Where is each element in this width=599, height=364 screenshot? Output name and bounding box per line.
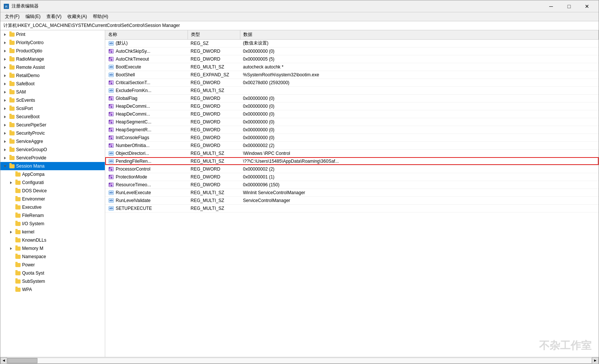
menu-favorites[interactable]: 收藏夹(A) <box>64 13 90 21</box>
tree-expander-icon[interactable] <box>2 122 8 128</box>
tree-expander-icon[interactable] <box>2 138 8 144</box>
tree-item[interactable]: KnownDLLs <box>0 236 105 244</box>
table-row[interactable]: InitConsoleFlagsREG_DWORD0x00000000 (0) <box>105 134 599 141</box>
tree-expander-icon[interactable] <box>8 237 14 243</box>
tree-expander-icon[interactable] <box>2 81 8 87</box>
tree-item[interactable]: SecureBoot <box>0 113 105 121</box>
tree-expander-icon[interactable] <box>2 56 8 62</box>
table-row[interactable]: ProcessorControlREG_DWORD0x00000002 (2) <box>105 165 599 173</box>
tree-expander-icon[interactable] <box>2 89 8 95</box>
tree-item[interactable]: ServiceGroupO <box>0 146 105 154</box>
table-row[interactable]: abBootExecuteREG_MULTI_SZautocheck autoc… <box>105 63 599 71</box>
tree-item[interactable]: SAM <box>0 88 105 96</box>
tree-item[interactable]: RadioManage <box>0 55 105 63</box>
tree-item[interactable]: WPA <box>0 285 105 294</box>
tree-item[interactable]: Configurati <box>0 178 105 187</box>
tree-expander-icon[interactable] <box>8 188 14 194</box>
tree-expander-icon[interactable] <box>8 254 14 260</box>
table-row[interactable]: CriticalSectionT...REG_DWORD0x00278d00 (… <box>105 79 599 86</box>
col-header-type[interactable]: 类型 <box>188 30 240 39</box>
table-row[interactable]: abSETUPEXECUTEREG_MULTI_SZ <box>105 204 599 212</box>
tree-expander-icon[interactable] <box>8 245 14 251</box>
tree-item[interactable]: SecurePipeSer <box>0 121 105 129</box>
tree-expander-icon[interactable] <box>8 270 14 276</box>
maximize-button[interactable]: □ <box>560 1 578 12</box>
tree-expander-icon[interactable] <box>8 212 14 218</box>
tree-item[interactable]: SecurityProvic <box>0 129 105 137</box>
registry-detail[interactable]: 名称 类型 数据 ab(默认)REG_SZ(数值未设置)AutoChkSkipS… <box>105 30 599 357</box>
menu-file[interactable]: 文件(F) <box>2 13 22 21</box>
tree-item[interactable]: ServiceAggre <box>0 137 105 146</box>
tree-expander-icon[interactable] <box>8 196 14 202</box>
tree-item[interactable]: Remote Assist <box>0 63 105 71</box>
tree-expander-icon[interactable] <box>8 221 14 227</box>
menu-view[interactable]: 查看(V) <box>43 13 64 21</box>
tree-expander-icon[interactable] <box>2 105 8 111</box>
tree-item[interactable]: Quota Syst <box>0 269 105 277</box>
table-row[interactable]: HeapSegmentC...REG_DWORD0x00000000 (0) <box>105 118 599 126</box>
tree-expander-icon[interactable] <box>2 31 8 37</box>
scroll-thumb[interactable] <box>7 358 37 363</box>
table-row[interactable]: HeapDeCommi...REG_DWORD0x00000000 (0) <box>105 102 599 110</box>
tree-item[interactable]: I/O System <box>0 220 105 228</box>
table-row[interactable]: HeapSegmentR...REG_DWORD0x00000000 (0) <box>105 126 599 134</box>
col-header-name[interactable]: 名称 <box>105 30 188 39</box>
tree-item[interactable]: SafeBoot <box>0 80 105 88</box>
registry-tree[interactable]: PrintPriorityControProductOptioRadioMana… <box>0 30 105 357</box>
menu-edit[interactable]: 编辑(E) <box>22 13 43 21</box>
table-row[interactable]: abRunLevelExecuteREG_MULTI_SZWinInit Ser… <box>105 189 599 196</box>
tree-expander-icon[interactable] <box>2 147 8 153</box>
table-row[interactable]: abRunLevelValidateREG_MULTI_SZServiceCon… <box>105 196 599 204</box>
table-row[interactable]: ProtectionModeREG_DWORD0x00000001 (1) <box>105 173 599 181</box>
tree-item[interactable]: RetailDemo <box>0 71 105 80</box>
table-row[interactable]: abPendingFileRen...REG_MULTI_SZ\??\C:\Us… <box>105 157 599 165</box>
tree-item[interactable]: DOS Device <box>0 187 105 195</box>
close-button[interactable]: ✕ <box>578 1 596 12</box>
tree-expander-icon[interactable] <box>8 262 14 268</box>
tree-item[interactable]: Executive <box>0 203 105 211</box>
tree-item[interactable]: FileRenam <box>0 211 105 220</box>
tree-expander-icon[interactable] <box>8 229 14 235</box>
tree-item[interactable]: ScEvents <box>0 96 105 104</box>
tree-expander-icon[interactable] <box>8 180 14 186</box>
tree-item[interactable]: Memory M <box>0 244 105 253</box>
table-row[interactable]: ab(默认)REG_SZ(数值未设置) <box>105 39 599 47</box>
tree-expander-icon[interactable] <box>2 40 8 46</box>
tree-expander-icon[interactable] <box>2 130 8 136</box>
table-row[interactable]: AutoChkTimeoutREG_DWORD0x00000005 (5) <box>105 55 599 63</box>
table-row[interactable]: NumberOfInitia...REG_DWORD0x00000002 (2) <box>105 141 599 149</box>
scroll-left-btn[interactable]: ◀ <box>0 357 7 364</box>
tree-item[interactable]: ScsiPort <box>0 104 105 113</box>
tree-item[interactable]: PriorityContro <box>0 39 105 47</box>
tree-item[interactable]: Environmer <box>0 195 105 203</box>
table-row[interactable]: AutoChkSkipSy...REG_DWORD0x00000000 (0) <box>105 47 599 55</box>
tree-expander-icon[interactable] <box>2 155 8 161</box>
tree-item[interactable]: Power <box>0 261 105 269</box>
table-row[interactable]: abExcludeFromKn...REG_MULTI_SZ <box>105 86 599 94</box>
table-row[interactable]: abBootShellREG_EXPAND_SZ%SystemRoot%\sys… <box>105 71 599 79</box>
tree-expander-icon[interactable] <box>8 171 14 177</box>
tree-expander-icon[interactable] <box>2 73 8 79</box>
tree-item[interactable]: Namespace <box>0 253 105 261</box>
tree-expander-icon[interactable] <box>8 204 14 210</box>
table-row[interactable]: HeapDeCommi...REG_DWORD0x00000000 (0) <box>105 110 599 118</box>
tree-item[interactable]: SubSystem <box>0 277 105 285</box>
table-row[interactable]: GlobalFlagREG_DWORD0x00000000 (0) <box>105 94 599 102</box>
tree-item[interactable]: Print <box>0 30 105 39</box>
tree-expander-icon[interactable] <box>2 48 8 54</box>
tree-expander-icon[interactable] <box>8 278 14 284</box>
menu-help[interactable]: 帮助(H) <box>90 13 111 21</box>
scroll-right-btn[interactable]: ▶ <box>592 357 599 364</box>
tree-item[interactable]: kernel <box>0 228 105 236</box>
tree-expander-icon[interactable] <box>2 163 8 169</box>
tree-expander-icon[interactable] <box>2 97 8 103</box>
tree-expander-icon[interactable] <box>8 287 14 293</box>
tree-item[interactable]: Session Mana <box>0 162 105 170</box>
tree-item[interactable]: ProductOptio <box>0 47 105 55</box>
col-header-data[interactable]: 数据 <box>240 30 599 39</box>
table-row[interactable]: ResourceTimeo...REG_DWORD0x00000096 (150… <box>105 181 599 189</box>
tree-expander-icon[interactable] <box>2 64 8 70</box>
table-row[interactable]: abObjectDirectori...REG_MULTI_SZ\Windows… <box>105 149 599 157</box>
minimize-button[interactable]: ─ <box>542 1 560 12</box>
tree-item[interactable]: ServiceProvide <box>0 154 105 162</box>
